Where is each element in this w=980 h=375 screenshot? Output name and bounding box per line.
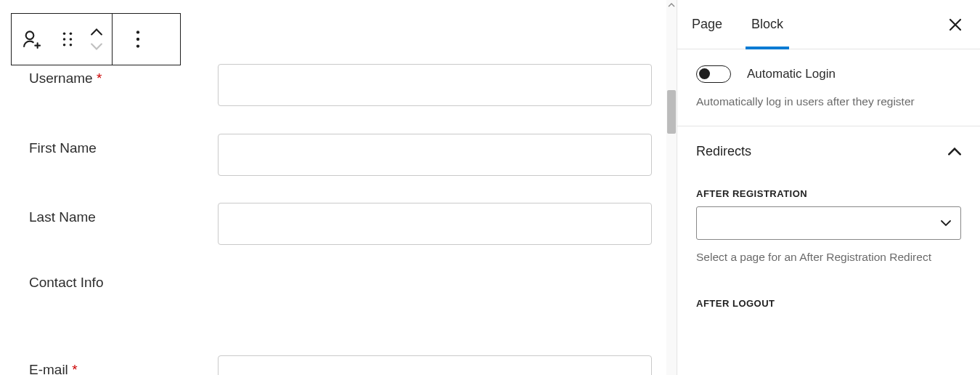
block-type-button[interactable] <box>12 14 54 65</box>
more-options-button[interactable] <box>112 14 163 65</box>
field-label: Username * <box>29 64 218 88</box>
svg-point-1 <box>63 32 66 35</box>
move-down-button[interactable] <box>91 43 102 50</box>
firstname-input[interactable] <box>218 134 652 176</box>
username-input[interactable] <box>218 64 652 106</box>
field-label-after-logout: AFTER LOGOUT <box>696 298 961 309</box>
drag-handle[interactable] <box>54 14 81 65</box>
svg-point-0 <box>26 31 34 39</box>
field-row-firstname: First Name <box>29 134 652 176</box>
field-row-lastname: Last Name <box>29 203 652 245</box>
lastname-input[interactable] <box>218 203 652 245</box>
required-indicator: * <box>72 362 77 375</box>
required-indicator: * <box>97 70 102 86</box>
field-label-after-registration: AFTER REGISTRATION <box>696 188 961 199</box>
email-input[interactable] <box>218 355 652 375</box>
close-sidebar-button[interactable] <box>948 17 963 32</box>
help-text: Automatically log in users after they re… <box>696 93 961 110</box>
svg-point-3 <box>63 38 66 41</box>
svg-point-4 <box>70 38 73 41</box>
redirects-body: AFTER REGISTRATION Select a page for an … <box>677 188 980 333</box>
block-toolbar <box>11 13 181 65</box>
toggle-knob <box>699 68 710 79</box>
after-registration-select[interactable] <box>696 206 961 240</box>
move-up-button[interactable] <box>91 28 102 36</box>
scroll-up-icon <box>668 1 675 9</box>
redirects-header[interactable]: Redirects <box>677 126 980 177</box>
tab-block[interactable]: Block <box>737 0 798 49</box>
close-icon <box>948 17 963 32</box>
field-label: Last Name <box>29 203 218 227</box>
svg-point-2 <box>70 32 73 35</box>
section-title: Redirects <box>696 144 751 159</box>
help-text: Select a page for an After Registration … <box>696 249 961 265</box>
svg-point-5 <box>63 44 66 47</box>
auto-login-toggle[interactable] <box>696 65 731 83</box>
svg-point-8 <box>136 38 139 41</box>
auto-login-panel: Automatic Login Automatically log in use… <box>677 49 980 126</box>
drag-dots-icon <box>61 32 74 47</box>
field-label: First Name <box>29 134 218 158</box>
sidebar-tabs: Page Block <box>677 0 980 49</box>
toggle-label: Automatic Login <box>747 67 836 81</box>
section-heading: Contact Info <box>29 275 103 291</box>
field-row-email: E-mail * <box>29 355 652 375</box>
scrollbar-thumb[interactable] <box>667 90 676 134</box>
svg-point-7 <box>136 31 139 33</box>
field-row-username: Username * <box>29 64 652 106</box>
svg-point-6 <box>70 44 73 47</box>
more-vertical-icon <box>136 31 140 48</box>
settings-sidebar: Page Block Automatic Login Automatically… <box>677 0 980 375</box>
svg-point-9 <box>136 44 139 47</box>
editor-canvas: Username * First Name Last Name Contact … <box>0 0 666 375</box>
tab-page[interactable]: Page <box>677 0 737 49</box>
field-label: E-mail * <box>29 355 218 375</box>
editor-scrollbar[interactable] <box>666 0 677 375</box>
add-user-icon <box>21 28 44 51</box>
chevron-up-icon <box>948 148 961 156</box>
